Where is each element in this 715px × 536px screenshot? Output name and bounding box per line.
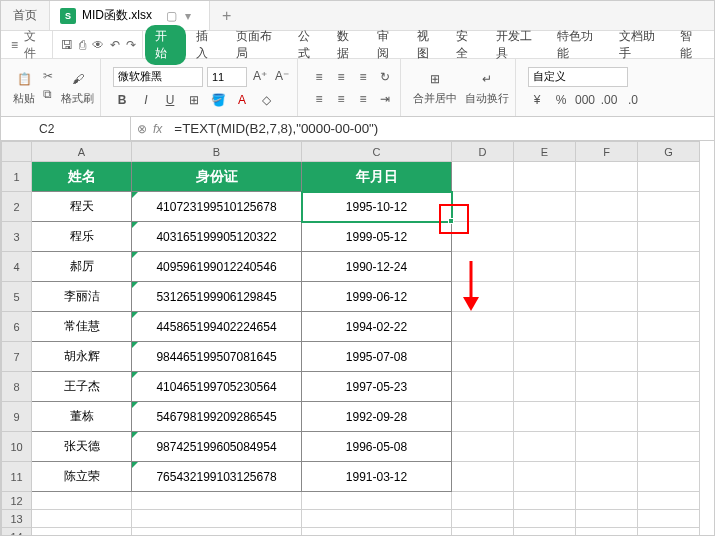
cell[interactable] [638,432,700,462]
cell[interactable]: 年月日 [302,162,452,192]
cell[interactable] [576,282,638,312]
cell[interactable] [452,372,514,402]
formula-input[interactable] [168,117,714,140]
col-header-A[interactable]: A [32,142,132,162]
home-tab[interactable]: 首页 [1,1,50,30]
menu-icon[interactable]: ≡ [11,38,18,52]
cell[interactable] [638,162,700,192]
cell[interactable] [514,462,576,492]
cell[interactable] [302,510,452,528]
align-middle-icon[interactable]: ≡ [332,68,350,86]
cell[interactable]: 胡永辉 [32,342,132,372]
cell[interactable] [132,492,302,510]
row-header[interactable]: 6 [2,312,32,342]
cell[interactable] [638,192,700,222]
cell[interactable]: 王子杰 [32,372,132,402]
cell[interactable]: 李丽洁 [32,282,132,312]
cell[interactable]: 1997-05-23 [302,372,452,402]
decrease-decimal-icon[interactable]: .0 [624,91,642,109]
col-header-D[interactable]: D [452,142,514,162]
cell[interactable] [576,222,638,252]
cell[interactable]: 1990-12-24 [302,252,452,282]
cell[interactable] [452,402,514,432]
cell[interactable] [638,492,700,510]
align-left-icon[interactable]: ≡ [310,90,328,108]
row-header[interactable]: 13 [2,510,32,528]
cell[interactable] [302,528,452,537]
cell[interactable]: 987425199605084954 [132,432,302,462]
cell[interactable]: 1996-05-08 [302,432,452,462]
cell[interactable] [576,402,638,432]
italic-button[interactable]: I [137,91,155,109]
cell[interactable] [576,342,638,372]
row-header[interactable]: 11 [2,462,32,492]
cell[interactable] [452,432,514,462]
add-tab-button[interactable]: + [210,7,243,25]
cell[interactable] [452,312,514,342]
file-menu[interactable]: 文件 [24,28,46,62]
cell[interactable]: 陈立荣 [32,462,132,492]
cell[interactable] [32,510,132,528]
spreadsheet-grid[interactable]: A B C D E F G 1 姓名 身份证 年月日 2 程天 41072319… [1,141,700,536]
cell[interactable] [638,252,700,282]
cell[interactable] [638,342,700,372]
row-header[interactable]: 1 [2,162,32,192]
font-color-button[interactable]: A [233,91,251,109]
cut-icon[interactable]: ✂ [43,69,53,83]
cell[interactable] [452,342,514,372]
cell[interactable] [576,462,638,492]
cell[interactable] [514,492,576,510]
cell[interactable] [514,432,576,462]
preview-icon[interactable]: 👁 [92,38,104,52]
col-header-C[interactable]: C [302,142,452,162]
percent-icon[interactable]: % [552,91,570,109]
wrap-button[interactable]: ↵ 自动换行 [465,69,509,106]
select-all-corner[interactable] [2,142,32,162]
cell[interactable] [638,282,700,312]
merge-button[interactable]: ⊞ 合并居中 [413,69,457,106]
cell[interactable] [514,252,576,282]
paste-button[interactable]: 📋 粘贴 [13,69,35,106]
cell[interactable]: 410723199510125678 [132,192,302,222]
row-header[interactable]: 5 [2,282,32,312]
cell[interactable] [514,162,576,192]
dropdown-icon[interactable]: ▾ [185,9,191,23]
col-header-G[interactable]: G [638,142,700,162]
cell[interactable]: 1999-06-12 [302,282,452,312]
cell[interactable] [514,510,576,528]
row-header[interactable]: 8 [2,372,32,402]
selected-cell[interactable]: 1995-10-12 [302,192,452,222]
save-icon[interactable]: 🖫 [61,38,73,52]
cell[interactable]: 郝厉 [32,252,132,282]
cell[interactable]: 409596199012240546 [132,252,302,282]
orientation-icon[interactable]: ↻ [376,68,394,86]
cell[interactable]: 531265199906129845 [132,282,302,312]
cell[interactable] [514,222,576,252]
cell[interactable]: 1991-03-12 [302,462,452,492]
cell[interactable] [514,282,576,312]
cell[interactable] [514,372,576,402]
undo-icon[interactable]: ↶ [110,38,120,52]
font-size-select[interactable] [207,67,247,87]
cell[interactable] [132,510,302,528]
format-painter-button[interactable]: 🖌 格式刷 [61,69,94,106]
row-header[interactable]: 10 [2,432,32,462]
cell[interactable]: 1995-07-08 [302,342,452,372]
cell[interactable]: 984465199507081645 [132,342,302,372]
cell[interactable]: 姓名 [32,162,132,192]
cell[interactable] [452,510,514,528]
cell[interactable] [514,192,576,222]
border-button[interactable]: ⊞ [185,91,203,109]
row-header[interactable]: 3 [2,222,32,252]
decrease-font-icon[interactable]: A⁻ [273,67,291,85]
sync-icon[interactable]: ▢ [166,9,177,23]
row-header[interactable]: 12 [2,492,32,510]
clear-format-button[interactable]: ◇ [257,91,275,109]
cell[interactable] [638,462,700,492]
cell[interactable] [638,510,700,528]
cell[interactable]: 1992-09-28 [302,402,452,432]
row-header[interactable]: 9 [2,402,32,432]
cell[interactable] [576,432,638,462]
align-center-icon[interactable]: ≡ [332,90,350,108]
cell[interactable]: 1994-02-22 [302,312,452,342]
